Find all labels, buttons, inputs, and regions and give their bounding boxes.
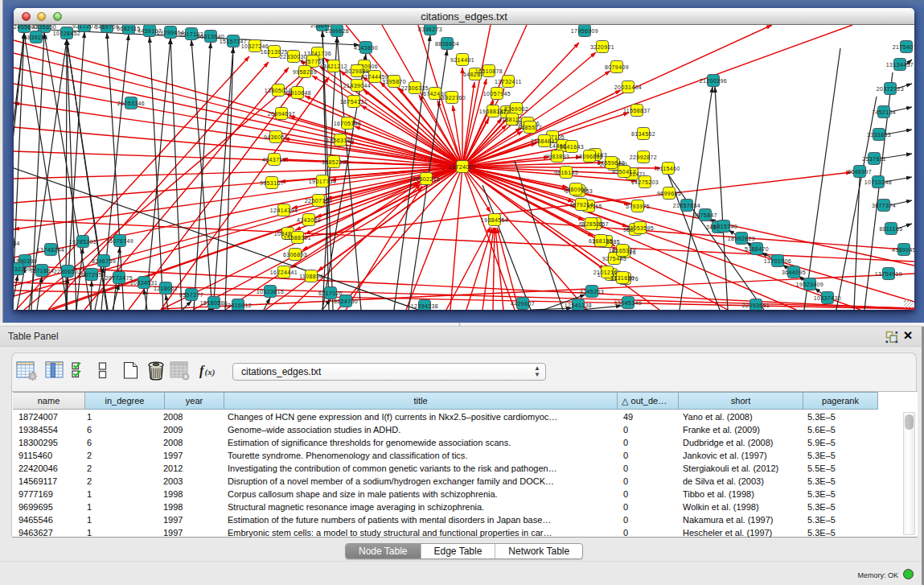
svg-text:9816145: 9816145 — [554, 170, 578, 175]
svg-text:13045349: 13045349 — [614, 300, 642, 306]
svg-text:9875847: 9875847 — [693, 212, 717, 218]
svg-text:(x): (x) — [205, 367, 216, 377]
svg-text:8029889: 8029889 — [345, 68, 369, 74]
svg-text:9115460: 9115460 — [656, 166, 680, 171]
svg-text:22053595: 22053595 — [626, 225, 654, 231]
svg-text:12414394: 12414394 — [270, 208, 298, 213]
svg-text:21200396: 21200396 — [700, 78, 727, 84]
svg-text:8369062: 8369062 — [504, 106, 528, 112]
svg-text:8489709: 8489709 — [95, 25, 119, 30]
svg-text:4245263: 4245263 — [580, 289, 604, 295]
svg-text:7452134: 7452134 — [872, 109, 896, 115]
svg-text:20372723: 20372723 — [877, 86, 904, 92]
svg-text:18724007: 18724007 — [449, 164, 476, 170]
svg-text:1108894: 1108894 — [299, 274, 323, 279]
svg-text:2580963: 2580963 — [564, 187, 588, 192]
svg-text:17956909: 17956909 — [571, 28, 598, 34]
svg-text:15588301: 15588301 — [284, 235, 311, 241]
svg-text:6217026: 6217026 — [318, 290, 343, 296]
svg-text:22992872: 22992872 — [630, 154, 657, 160]
svg-text:21754078: 21754078 — [893, 44, 914, 50]
svg-text:18992829: 18992829 — [728, 236, 755, 241]
svg-text:16510878: 16510878 — [475, 68, 503, 74]
svg-text:8685577: 8685577 — [518, 125, 542, 130]
svg-text:4679214: 4679214 — [569, 202, 593, 208]
svg-text:9217207: 9217207 — [72, 25, 97, 29]
svg-text:13134457: 13134457 — [886, 62, 914, 68]
svg-text:16224441: 16224441 — [270, 270, 298, 275]
svg-text:22507109: 22507109 — [305, 198, 332, 204]
svg-text:16415740: 16415740 — [710, 224, 737, 229]
svg-text:15076749: 15076749 — [106, 238, 133, 244]
svg-text:19384554: 19384554 — [481, 217, 508, 223]
svg-text:19832259: 19832259 — [14, 266, 31, 272]
svg-text:1839221: 1839221 — [24, 35, 48, 40]
svg-text:6357277: 6357277 — [179, 292, 203, 298]
svg-text:10057945: 10057945 — [483, 91, 511, 97]
svg-text:8806804: 8806804 — [435, 41, 459, 47]
svg-text:18754131: 18754131 — [340, 99, 368, 105]
svg-text:4389045: 4389045 — [892, 247, 914, 253]
svg-text:11558837: 11558837 — [623, 108, 651, 113]
svg-text:13754919: 13754919 — [875, 271, 902, 277]
svg-text:18096865: 18096865 — [576, 154, 603, 159]
svg-text:10228452: 10228452 — [53, 31, 80, 36]
svg-text:5641643: 5641643 — [560, 144, 584, 150]
svg-text:6128503: 6128503 — [579, 221, 603, 227]
svg-text:29053346: 29053346 — [117, 101, 145, 106]
svg-text:13748244: 13748244 — [37, 247, 64, 253]
svg-text:8224730: 8224730 — [334, 299, 358, 304]
svg-text:13805018: 13805018 — [265, 88, 292, 93]
svg-text:9699695: 9699695 — [657, 191, 681, 196]
svg-text:3644095: 3644095 — [782, 270, 806, 275]
svg-text:10837430: 10837430 — [814, 295, 841, 301]
svg-text:22306335: 22306335 — [401, 85, 429, 91]
svg-text:19523409: 19523409 — [796, 282, 823, 287]
svg-text:2537611: 2537611 — [862, 156, 886, 162]
svg-text:8811165: 8811165 — [879, 226, 902, 232]
svg-text:13732411: 13732411 — [495, 79, 522, 84]
svg-text:4843718: 4843718 — [262, 157, 286, 163]
svg-text:20772475: 20772475 — [105, 275, 133, 281]
svg-text:1385239: 1385239 — [322, 159, 346, 165]
svg-text:9958289: 9958289 — [293, 69, 317, 75]
svg-text:7671884: 7671884 — [30, 268, 54, 274]
svg-text:1999828: 1999828 — [325, 28, 349, 34]
svg-text:13421212: 13421212 — [320, 64, 347, 69]
svg-text:14275203: 14275203 — [631, 179, 659, 185]
svg-text:4429607: 4429607 — [511, 301, 535, 307]
svg-text:16705148: 16705148 — [334, 121, 361, 126]
svg-text:20031404: 20031404 — [614, 84, 642, 90]
svg-text:12416912: 12416912 — [224, 303, 252, 308]
svg-text:12294238: 12294238 — [411, 303, 438, 309]
svg-text:5188470: 5188470 — [745, 246, 769, 252]
svg-text:3131636: 3131636 — [610, 275, 634, 281]
svg-text:8134562: 8134562 — [631, 131, 655, 137]
svg-text:25302215: 25302215 — [413, 176, 440, 182]
svg-text:10334531: 10334531 — [130, 280, 158, 286]
svg-text:10710248: 10710248 — [864, 179, 892, 185]
svg-text:15165337: 15165337 — [609, 248, 636, 253]
svg-text:4143890: 4143890 — [354, 45, 378, 51]
svg-text:4735650: 4735650 — [32, 25, 56, 30]
svg-text:21439044: 21439044 — [343, 83, 371, 89]
svg-text:20994697: 20994697 — [268, 111, 295, 117]
svg-text:1218062: 1218062 — [154, 286, 178, 291]
svg-text:9983893: 9983893 — [545, 154, 569, 159]
svg-text:6368105: 6368105 — [589, 238, 613, 244]
svg-text:19017734: 19017734 — [309, 179, 336, 184]
svg-text:3677374: 3677374 — [872, 203, 896, 208]
svg-text:4743069: 4743069 — [297, 217, 321, 223]
svg-text:8646997: 8646997 — [848, 169, 872, 175]
svg-text:9436057: 9436057 — [264, 134, 288, 140]
svg-text:19563180: 19563180 — [326, 138, 354, 143]
svg-text:6306893: 6306893 — [283, 252, 307, 257]
svg-text:17559643: 17559643 — [598, 160, 625, 166]
svg-text:9953167: 9953167 — [260, 180, 284, 186]
svg-text:21257684: 21257684 — [673, 203, 700, 208]
svg-text:8396759: 8396759 — [92, 258, 116, 264]
svg-text:3220921: 3220921 — [590, 44, 614, 50]
svg-text:13701506: 13701506 — [764, 258, 791, 264]
svg-text:18922760: 18922760 — [438, 95, 466, 101]
svg-text:10327246: 10327246 — [241, 43, 269, 49]
